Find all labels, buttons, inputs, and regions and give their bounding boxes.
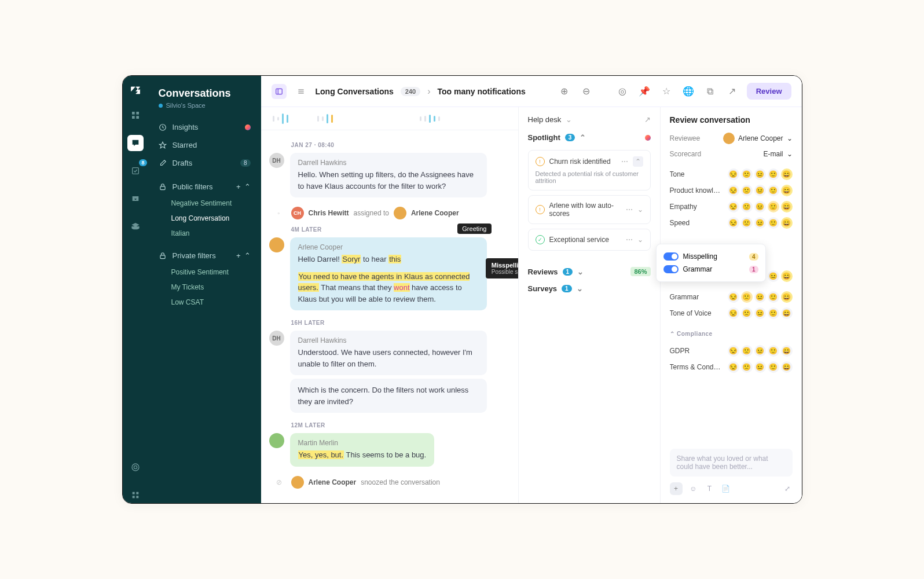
message-bubble[interactable]: Darrell Hawkins Hello. When setting up f…	[290, 153, 487, 197]
rail-apps-icon[interactable]	[127, 487, 144, 503]
rating-face[interactable]: 🙂	[768, 307, 779, 319]
nav-drafts[interactable]: Drafts8	[148, 154, 261, 172]
rating-face[interactable]: 🙁	[741, 307, 753, 319]
rating-face[interactable]: 🙂	[768, 217, 779, 229]
rating-face[interactable]: 🙂	[768, 168, 779, 180]
add-button[interactable]: +	[670, 482, 683, 495]
rating-face[interactable]: 🙂	[768, 345, 779, 357]
rating-face[interactable]: 😒	[728, 217, 739, 229]
rating-face[interactable]: 😐	[754, 345, 766, 357]
breadcrumb-ticket[interactable]: Too many notifications	[438, 87, 526, 96]
chevron-down-icon[interactable]: ⌃	[244, 182, 251, 191]
rail-dashboard-icon[interactable]	[127, 107, 144, 123]
rating-face[interactable]: 😐	[754, 201, 766, 212]
external-icon[interactable]: ↗	[725, 84, 740, 99]
rail-help-icon[interactable]	[127, 459, 144, 475]
rail-conversations-icon[interactable]	[127, 135, 144, 151]
chevron-down-icon[interactable]: ⌃	[244, 251, 251, 260]
rating-face[interactable]: 😐	[754, 217, 766, 229]
rail-learn-icon[interactable]	[127, 218, 144, 234]
attachment-icon[interactable]: 📄	[721, 483, 731, 494]
nav-public-filters[interactable]: Public filters+⌃	[148, 178, 261, 196]
more-icon[interactable]: ⋯	[626, 236, 633, 244]
rating-face[interactable]: 😄	[781, 291, 793, 303]
filter-low-csat[interactable]: Low CSAT	[148, 295, 261, 310]
rating-face[interactable]: 😄	[781, 307, 793, 319]
rating-face[interactable]: 😐	[754, 361, 766, 373]
toggle-grammar[interactable]	[663, 265, 679, 273]
filter-negative-sentiment[interactable]: Negative Sentiment	[148, 196, 261, 211]
target-icon[interactable]: ◎	[615, 84, 630, 99]
rating-face[interactable]: 🙁	[741, 185, 753, 196]
nav-starred[interactable]: Starred	[148, 136, 261, 154]
rating-face[interactable]: 😒	[728, 307, 739, 319]
comment-input[interactable]: Share what you loved or what could have …	[670, 449, 793, 477]
rating-face[interactable]: 😄	[781, 168, 793, 180]
next-icon[interactable]: ⊖	[579, 84, 594, 99]
rating-face[interactable]: 😒	[728, 291, 739, 303]
filter-italian[interactable]: Italian	[148, 226, 261, 241]
expand-icon[interactable]: ⌄	[637, 236, 643, 244]
menu-icon[interactable]	[294, 84, 309, 99]
rail-tasks-icon[interactable]: 8	[127, 163, 144, 179]
text-format-icon[interactable]: T	[705, 483, 715, 494]
rating-face[interactable]: 🙂	[768, 201, 779, 212]
spotlight-card[interactable]: ✓Exceptional service⋯⌄	[528, 229, 651, 251]
rating-face[interactable]: 😒	[728, 168, 739, 180]
more-icon[interactable]: ⋯	[626, 206, 633, 214]
message-bubble[interactable]: Greeting Arlene Cooper Hello Darrel! Sor…	[290, 237, 487, 310]
reviews-section[interactable]: Reviews 1 ⌄ 86%	[528, 267, 651, 276]
rating-face[interactable]: 😐	[754, 185, 766, 196]
pin-icon[interactable]: 📌	[637, 84, 652, 99]
rating-face[interactable]: 😒	[728, 345, 739, 357]
collapse-icon[interactable]: ⌃	[633, 156, 643, 167]
toggle-misspelling[interactable]	[663, 252, 679, 261]
rating-face[interactable]: 🙂	[768, 291, 779, 303]
rating-face[interactable]: 🙁	[741, 201, 753, 212]
rating-face[interactable]: 😒	[728, 185, 739, 196]
emoji-icon[interactable]: ☺	[688, 483, 699, 494]
star-icon[interactable]: ☆	[659, 84, 674, 99]
rail-inbox-icon[interactable]	[127, 190, 144, 207]
message-bubble[interactable]: Martin Merlin Yes, yes, but. This seems …	[290, 433, 435, 467]
rating-face[interactable]: 😄	[781, 361, 793, 373]
rating-face[interactable]: 😄	[781, 201, 793, 212]
breadcrumb-filter[interactable]: Long Conversations	[316, 87, 394, 96]
external-link-icon[interactable]: ↗	[644, 115, 651, 124]
more-icon[interactable]: ⋯	[621, 157, 628, 166]
spotlight-card[interactable]: !Churn risk identified⋯⌃ Detected a pote…	[528, 150, 651, 190]
globe-icon[interactable]: 🌐	[681, 84, 696, 99]
filter-long-conversation[interactable]: Long Conversation	[148, 211, 261, 226]
filter-my-tickets[interactable]: My Tickets	[148, 280, 261, 295]
rating-face[interactable]: 🙂	[768, 185, 779, 196]
rating-face[interactable]: 🙁	[741, 291, 753, 303]
rating-face[interactable]: 😄	[781, 345, 793, 357]
workspace-label[interactable]: Silvio's Space	[148, 102, 261, 118]
rating-face[interactable]: 🙂	[768, 361, 779, 373]
nav-insights[interactable]: Insights	[148, 118, 261, 136]
copy-icon[interactable]: ⧉	[703, 84, 718, 99]
rating-face[interactable]: 😄	[781, 217, 793, 229]
review-button[interactable]: Review	[747, 83, 791, 100]
add-icon[interactable]: +	[236, 182, 241, 191]
rating-face[interactable]: 😒	[728, 361, 739, 373]
rating-face[interactable]: 😒	[728, 201, 739, 212]
nav-private-filters[interactable]: Private filters+⌃	[148, 247, 261, 265]
rating-face[interactable]: 🙁	[741, 361, 753, 373]
compliance-section[interactable]: ⌃ Compliance	[670, 331, 793, 337]
helpdesk-selector[interactable]: Help desk⌄ ↗	[528, 115, 651, 124]
rating-face[interactable]: 😐	[754, 291, 766, 303]
spotlight-section[interactable]: Spotlight 3 ⌃	[528, 133, 651, 142]
filter-positive-sentiment[interactable]: Positive Sentiment	[148, 265, 261, 280]
rating-face[interactable]: 😐	[754, 168, 766, 180]
rating-face[interactable]: 🙁	[741, 345, 753, 357]
surveys-section[interactable]: Surveys 1 ⌄	[528, 284, 651, 293]
add-icon[interactable]: +	[236, 251, 241, 260]
rating-face[interactable]: 😐	[754, 307, 766, 319]
reviewee-row[interactable]: Reviewee Arlene Cooper ⌄	[670, 133, 793, 144]
expand-icon[interactable]: ⌄	[637, 206, 643, 214]
rating-face[interactable]: 🙁	[741, 217, 753, 229]
rating-face[interactable]: 🙁	[741, 168, 753, 180]
message-bubble[interactable]: Which is the concern. Do the filters not…	[290, 379, 487, 413]
message-bubble[interactable]: Darrell Hawkins Understood. We have user…	[290, 331, 487, 375]
